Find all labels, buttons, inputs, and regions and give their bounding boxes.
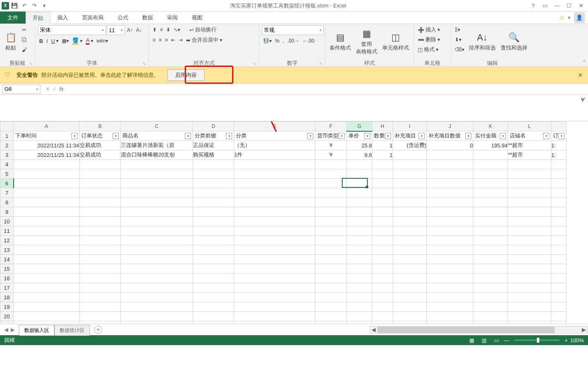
collapse-ribbon-button[interactable]: ^ [583,59,586,65]
empty-cell[interactable] [473,274,508,283]
tab-review[interactable]: 审阅 [160,12,185,24]
empty-cell[interactable] [551,160,567,169]
empty-cell[interactable] [347,236,372,245]
empty-cell[interactable] [372,274,393,283]
empty-cell[interactable] [121,283,193,293]
empty-cell[interactable] [315,255,347,264]
row-header[interactable]: 4 [0,160,14,169]
empty-cell[interactable] [508,236,551,245]
empty-cell[interactable] [551,217,567,226]
row-header[interactable]: 10 [0,217,14,226]
empty-cell[interactable] [427,283,473,293]
empty-cell[interactable] [508,264,551,274]
empty-cell[interactable] [508,198,551,207]
empty-cell[interactable] [372,160,393,169]
view-pagebreak-button[interactable]: ▭ [492,336,501,344]
format-painter-button[interactable]: 🖌 [21,45,28,54]
help-button[interactable]: ? [528,2,539,10]
data-cell[interactable]: **超市 [508,141,551,150]
data-cell[interactable]: 25.8 [347,141,372,150]
table-header-cell[interactable]: 订单状态▾ [80,131,121,141]
empty-cell[interactable] [393,236,427,245]
empty-cell[interactable] [80,179,121,188]
empty-cell[interactable] [508,302,551,312]
data-cell[interactable]: 交易成功 [80,150,121,160]
empty-cell[interactable] [121,264,193,274]
cell-styles-button[interactable]: ◫单元格样式 [381,25,411,57]
empty-cell[interactable] [427,255,473,264]
empty-cell[interactable] [234,321,315,324]
increase-font-button[interactable]: A↑ [126,26,134,35]
data-cell[interactable]: （无） [234,141,315,150]
empty-cell[interactable] [80,293,121,302]
row-header[interactable]: 6 [0,179,14,188]
data-cell[interactable]: **超市 [508,150,551,160]
empty-cell[interactable] [121,188,193,198]
find-select-button[interactable]: 🔍查找和选择 [499,25,529,57]
empty-cell[interactable] [121,198,193,207]
empty-cell[interactable] [551,321,567,324]
empty-cell[interactable] [234,198,315,207]
empty-cell[interactable] [315,226,347,236]
empty-cell[interactable] [80,283,121,293]
empty-cell[interactable] [473,264,508,274]
filter-dropdown-icon[interactable]: ▾ [558,133,564,139]
zoom-in-button[interactable]: + [564,337,568,343]
empty-cell[interactable] [14,274,80,283]
empty-cell[interactable] [14,169,80,179]
indent-decrease-button[interactable]: ⇤ [170,36,176,45]
row-header[interactable]: 8 [0,198,14,207]
tab-data[interactable]: 数据 [135,12,160,24]
format-as-table-button[interactable]: ▦套用 表格格式 [354,25,379,57]
empty-cell[interactable] [234,160,315,169]
empty-cell[interactable] [473,245,508,255]
empty-cell[interactable] [427,169,473,179]
empty-cell[interactable] [508,207,551,217]
empty-cell[interactable] [14,160,80,169]
zoom-slider[interactable] [514,339,560,341]
empty-cell[interactable] [372,255,393,264]
empty-cell[interactable] [234,264,315,274]
column-header[interactable]: A [14,122,80,131]
insert-cells-button[interactable]: ➕插入▾ [416,25,441,34]
align-left-button[interactable]: ≡ [151,36,157,45]
empty-cell[interactable] [508,255,551,264]
zoom-out-button[interactable]: — [504,337,509,343]
delete-cells-button[interactable]: ➖删除▾ [416,35,441,44]
empty-cell[interactable] [473,217,508,226]
empty-cell[interactable] [14,226,80,236]
row-header[interactable]: 18 [0,293,14,302]
empty-cell[interactable] [508,321,551,324]
expand-icon[interactable]: ⤡ [318,62,323,66]
format-cells-button[interactable]: ◫格式▾ [416,45,441,54]
empty-cell[interactable] [315,245,347,255]
empty-cell[interactable] [347,217,372,226]
empty-cell[interactable] [551,179,567,188]
empty-cell[interactable] [193,169,234,179]
view-pagelayout-button[interactable]: ▥ [479,336,489,344]
filter-dropdown-icon[interactable]: ▾ [543,133,549,139]
empty-cell[interactable] [121,321,193,324]
empty-cell[interactable] [551,293,567,302]
data-cell[interactable]: 195.94 [473,141,508,150]
spreadsheet-grid[interactable]: ABCDEFGHIJKL1下单时间▾订单状态▾商品名▾分类前缀▾分类▾货币类型▾… [0,121,588,324]
data-cell[interactable]: 2022/11/25 11:34 [14,141,80,150]
empty-cell[interactable] [315,207,347,217]
empty-cell[interactable] [347,274,372,283]
empty-cell[interactable] [473,188,508,198]
empty-cell[interactable] [551,236,567,245]
merge-center-button[interactable]: ⬌合并后居中▾ [185,36,223,45]
empty-cell[interactable] [372,226,393,236]
row-header[interactable]: 21 [0,321,14,324]
row-header[interactable]: 1 [0,131,14,141]
filter-dropdown-icon[interactable]: ▾ [364,133,370,139]
expand-icon[interactable]: ⤡ [28,62,33,66]
empty-cell[interactable] [80,264,121,274]
row-header[interactable]: 16 [0,274,14,283]
data-cell[interactable]: 1 [372,150,393,160]
data-cell[interactable]: 购买规格 [193,150,234,160]
row-header[interactable]: 20 [0,312,14,321]
align-top-button[interactable]: ⬆ [151,25,158,34]
empty-cell[interactable] [551,198,567,207]
empty-cell[interactable] [347,169,372,179]
